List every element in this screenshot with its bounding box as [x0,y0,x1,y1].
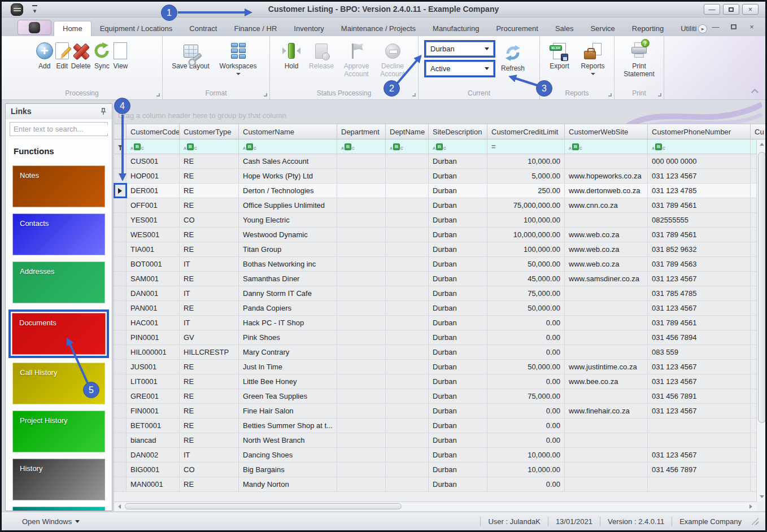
approve-account-button[interactable]: Approve Account [338,39,375,80]
resize-grip[interactable] [751,518,759,525]
status-processing-dialog-launcher-icon[interactable] [412,93,416,97]
tab-service[interactable]: Service [582,21,623,36]
column-header-customercreditlimit[interactable]: CustomerCreditLimit [487,124,565,139]
tab-inventory[interactable]: Inventory [285,21,332,36]
column-header-customerphonenumber[interactable]: CustomerPhoneNumber [648,124,751,139]
filter-cell-sitedescription[interactable]: ABC [429,139,487,154]
column-header-customertype[interactable]: CustomerType [180,124,239,139]
pin-icon[interactable] [100,108,107,115]
function-tile-notes[interactable]: Notes [12,165,105,207]
table-row[interactable]: BIG0001COBig BargainsDurban10,000.00031 … [114,463,757,477]
tab-reporting[interactable]: Reporting [624,21,672,36]
status-filter-dropdown[interactable]: Active [426,62,494,76]
add-button[interactable]: + Add [35,39,54,72]
table-row[interactable]: BET0001REBetties Summer Shop at t...Durb… [114,418,757,433]
function-tile-documents[interactable]: Documents [12,313,106,355]
save-layout-button[interactable]: Save Layout [169,39,213,72]
table-row[interactable]: LIT0001RELittle Bee HoneyDurban0.00www.b… [114,374,757,389]
column-header-customercode[interactable]: CustomerCode [127,124,180,139]
filter-cell-customerwebsite[interactable]: ABC [565,139,648,154]
tab-contract[interactable]: Contract [181,21,225,36]
column-header-department[interactable]: Department [337,124,386,139]
table-row[interactable]: JUS001REJust In TimeDurban50,000.00www.j… [114,360,757,374]
scroll-down-icon[interactable] [757,492,767,501]
group-by-bar[interactable]: Drag a column header here to group by th… [114,107,767,124]
table-row[interactable]: MAN0001REMandy NortonDurban0.00 [114,477,757,492]
column-header-customerwebsite[interactable]: CustomerWebSite [565,124,648,139]
filter-cell-deptname[interactable]: ABC [386,139,429,154]
table-row[interactable]: PAN001REPanda CopiersDurban50,000.00031 … [114,301,757,316]
tab-procurement[interactable]: Procurement [487,21,546,36]
function-tile-project-history[interactable]: Project History [12,411,105,452]
table-row[interactable]: YES001COYoung ElectricDurban100,000.0008… [114,213,757,228]
function-tile-contacts[interactable]: Contacts [12,213,105,255]
vertical-scroll-thumb[interactable] [758,152,766,423]
table-row[interactable]: GRE001REGreen Tea SuppliesDurban75,000.0… [114,389,757,404]
application-menu-button[interactable] [18,20,51,35]
function-tile-partial[interactable] [12,507,105,511]
filter-cell-customercode[interactable]: ABC [127,139,180,154]
tab-sales[interactable]: Sales [547,21,582,36]
table-row[interactable]: DER001REDerton / TechnologiesDurban250.0… [114,184,757,198]
mdi-restore-button[interactable] [729,23,738,30]
table-row[interactable]: HAC001ITHack PC - IT ShopDurban0.00031 7… [114,316,757,330]
maximize-button[interactable] [723,4,739,15]
workspaces-button[interactable]: Workspaces [213,39,264,77]
reports-dialog-launcher-icon[interactable] [608,93,612,97]
column-header-sitedescription[interactable]: SiteDescription [429,124,487,139]
table-row[interactable]: HIL000001HILLCRESTPMary ContraryDurban0.… [114,345,757,360]
search-input[interactable] [14,125,112,133]
mdi-minimize-button[interactable]: — [711,23,720,30]
close-button[interactable]: × [742,4,759,15]
filter-cell-customername[interactable]: ABC [239,139,337,154]
release-button[interactable]: Release [305,39,338,72]
export-button[interactable]: XLSX Export [544,39,576,72]
function-tile-history[interactable]: History [12,459,105,500]
format-dialog-launcher-icon[interactable] [264,93,267,97]
scroll-left-icon[interactable] [115,502,123,511]
table-row[interactable]: BOT0001ITBothas Networking incDurban50,0… [114,257,757,272]
hold-button[interactable]: Hold [278,39,305,72]
scroll-up-icon[interactable] [757,139,767,149]
table-row[interactable]: SAM001RESamanthas DinerDurban45,000.00ww… [114,272,757,286]
delete-button[interactable]: Delete [70,39,92,72]
tab-maintenance-projects[interactable]: Maintenance / Projects [333,21,424,36]
tab-home[interactable]: Home [54,21,91,36]
minimize-button[interactable]: — [704,4,720,15]
tab-equipment-locations[interactable]: Equipment / Locations [91,21,181,36]
collapse-ribbon-icon[interactable] [751,89,759,96]
reports-button[interactable]: Reports [576,39,611,77]
horizontal-scroll-thumb[interactable] [125,503,402,509]
column-header-cu[interactable]: Cu [751,124,767,139]
view-button[interactable]: View [112,39,129,72]
column-header-customername[interactable]: CustomerName [239,124,337,139]
table-row[interactable]: WES001REWestwood DynamicDurban10,000,000… [114,228,757,242]
tab-manufacturing[interactable]: Manufacturing [424,21,487,36]
refresh-button[interactable]: Refresh [500,41,526,75]
edit-button[interactable]: Edit [54,39,70,72]
scroll-right-icon[interactable] [747,502,755,511]
filter-cell-customercreditlimit[interactable]: = [487,139,565,154]
table-row[interactable]: DAN001ITDanny Storm IT CafeDurban75,000.… [114,286,757,301]
tab-finance-hr[interactable]: Finance / HR [225,21,285,36]
filter-cell-department[interactable]: ABC [337,139,386,154]
open-windows-button[interactable]: Open Windows [22,517,80,526]
table-row[interactable]: biancadRENorth West BranchDurban0.00 [114,433,757,448]
table-row[interactable]: FIN0001REFine Hair SalonDurban0.00www.fi… [114,404,757,418]
table-row[interactable]: HOP001REHope Works (Pty) LtdDurban5,000.… [114,169,757,184]
table-row[interactable]: PIN0001GVPink ShoesDurban0.00031 456 789… [114,330,757,345]
table-row[interactable]: CUS001RECash Sales AccountDurban10,000.0… [114,154,757,169]
print-dialog-launcher-icon[interactable] [658,93,661,97]
processing-dialog-launcher-icon[interactable] [156,93,160,97]
mdi-close-button[interactable]: × [747,23,756,30]
table-row[interactable]: OFF001REOffice Supplies UnlimitedDurban7… [114,198,757,213]
function-tile-addresses[interactable]: Addresses [12,261,105,303]
column-header-deptname[interactable]: DeptName [386,124,429,139]
print-statement-button[interactable]: ? Print Statement [619,39,660,80]
table-row[interactable]: TIA001RETitan GroupDurban100,000.00www.w… [114,242,757,257]
site-filter-dropdown[interactable]: Durban [426,42,494,56]
table-row[interactable]: DAN002ITDancing ShoesDurban10,000.00031 … [114,448,757,463]
vertical-scrollbar[interactable] [756,139,767,501]
tab-overflow-button[interactable]: ▸ [698,24,707,33]
horizontal-scrollbar[interactable] [114,502,757,511]
